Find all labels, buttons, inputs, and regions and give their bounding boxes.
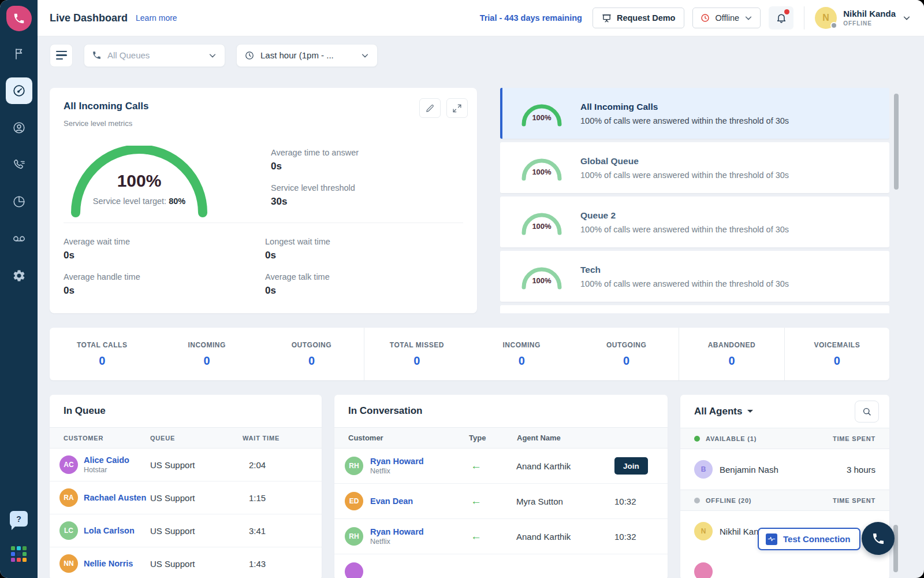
- sidebar-item-settings[interactable]: [12, 268, 27, 283]
- sidebar-item-contacts[interactable]: [12, 120, 27, 135]
- connection-pulse-icon: [766, 533, 777, 545]
- page-title: Live Dashboard: [50, 12, 128, 24]
- stat-value: 0: [623, 354, 629, 368]
- customer-link[interactable]: Ryan Howard: [370, 457, 424, 466]
- call-duration-cell: 10:32: [614, 532, 636, 542]
- queue-cell: US Support: [150, 493, 249, 503]
- stat-abandoned: ABANDONED 0: [679, 328, 784, 380]
- table-row[interactable]: AC Alice Caido Hotstar US Support 2:04: [50, 449, 322, 481]
- app-switcher-icon[interactable]: [11, 546, 27, 562]
- table-row[interactable]: NN Nellie Norris US Support 1:43: [50, 547, 322, 578]
- presence-label: Offline: [715, 13, 739, 23]
- expand-widget-button[interactable]: [446, 98, 468, 118]
- sidebar-item-campaigns[interactable]: [12, 46, 27, 61]
- agents-filter-dropdown[interactable]: All Agents: [694, 406, 753, 417]
- metric-block: Average wait time 0s: [64, 237, 265, 272]
- service-level-card: All Incoming Calls Service level metrics: [50, 88, 477, 313]
- customer-link[interactable]: Lola Carlson: [84, 526, 135, 536]
- chevron-down-icon: [902, 14, 911, 22]
- learn-more-link[interactable]: Learn more: [136, 13, 177, 23]
- contacts-icon: [12, 121, 26, 135]
- mini-gauge: 100%: [519, 154, 564, 181]
- table-row[interactable]: ED Evan Dean ← Myra Sutton 10:32: [334, 484, 668, 519]
- main-area: Live Dashboard Learn more Trial - 443 da…: [38, 0, 924, 578]
- avatar: RA: [59, 488, 78, 507]
- agent-search-button[interactable]: [855, 401, 879, 423]
- customer-link[interactable]: Alice Caido: [84, 455, 129, 465]
- customer-link[interactable]: Nellie Norris: [84, 559, 133, 569]
- queue-summary-desc: 100% of calls were answered within the t…: [580, 225, 789, 234]
- metric-label: Average wait time: [64, 237, 265, 246]
- avatar: N: [815, 7, 837, 29]
- table-row-clipped[interactable]: [334, 554, 668, 578]
- customer-link[interactable]: Ryan Howard: [370, 527, 424, 537]
- freshcaller-logo[interactable]: [6, 6, 32, 31]
- column-header: Customer: [348, 433, 469, 442]
- settings-icon: [12, 269, 26, 283]
- stat-value: 0: [99, 354, 105, 368]
- gauge-target: Service level target:80%: [50, 197, 229, 206]
- presence-dropdown[interactable]: Offline: [692, 8, 761, 28]
- service-card-title: All Incoming Calls: [64, 101, 148, 112]
- in-queue-panel: In Queue CUSTOMER QUEUE WAIT TIME AC Ali…: [50, 395, 322, 578]
- phone-logo-icon: [13, 12, 25, 25]
- sidebar-item-voicemail[interactable]: [12, 231, 27, 246]
- stat-label: TOTAL MISSED: [390, 341, 444, 349]
- agent-row-clipped[interactable]: [680, 551, 889, 578]
- agent-row[interactable]: B Benjamin Nash 3 hours: [680, 449, 889, 490]
- in-conversation-panel: In Conversation Customer Type Agent Name…: [334, 395, 668, 578]
- scrollbar-thumb[interactable]: [894, 94, 899, 190]
- queue-summary-item-clipped[interactable]: [500, 305, 889, 313]
- wait-time-cell: 2:04: [249, 460, 266, 470]
- metric-block: Average handle time 0s: [64, 272, 265, 307]
- request-demo-button[interactable]: Request Demo: [593, 8, 685, 28]
- edit-widget-button[interactable]: [419, 98, 441, 118]
- scrollbar-thumb[interactable]: [893, 525, 898, 572]
- customer-link[interactable]: Rachael Austen: [84, 493, 146, 503]
- phone-icon: [871, 532, 885, 546]
- in-conversation-title: In Conversation: [334, 395, 668, 427]
- dialer-fab[interactable]: [862, 522, 895, 555]
- table-row[interactable]: RA Rachael Austen US Support 1:15: [50, 481, 322, 514]
- metric-label: Average handle time: [64, 272, 265, 281]
- test-connection-button[interactable]: Test Connection: [758, 528, 860, 550]
- mini-gauge-percent: 100%: [519, 113, 564, 122]
- queue-summary-name: Global Queue: [580, 156, 789, 166]
- customer-link[interactable]: Evan Dean: [370, 497, 413, 506]
- mini-gauge-percent: 100%: [519, 168, 564, 176]
- sidebar-item-dashboard[interactable]: [12, 83, 27, 98]
- stat-value: 0: [413, 354, 420, 368]
- avatar: B: [694, 460, 713, 479]
- sidebar-item-call-metrics[interactable]: [12, 157, 27, 172]
- time-range-dropdown[interactable]: Last hour (1pm - ...: [236, 44, 378, 67]
- table-row[interactable]: RH Ryan Howard Netflix ← Anand Karthik J…: [334, 449, 668, 484]
- notifications-button[interactable]: [769, 6, 793, 29]
- queue-summary-item[interactable]: 100% Global Queue 100% of calls were ans…: [500, 142, 889, 193]
- avatar: RH: [345, 527, 363, 546]
- collapse-menu-button[interactable]: [50, 44, 73, 67]
- column-header: QUEUE: [150, 435, 243, 442]
- dashboard-content: All Incoming Calls Service level metrics: [38, 74, 924, 578]
- service-card-subtitle: Service level metrics: [64, 119, 132, 128]
- join-call-button[interactable]: Join: [614, 457, 648, 475]
- stat-label: INCOMING: [503, 341, 541, 349]
- queue-summary-item[interactable]: 100% All Incoming Calls 100% of calls we…: [500, 88, 889, 139]
- queues-filter-dropdown[interactable]: All Queues: [84, 44, 225, 67]
- user-menu[interactable]: N Nikhil Kanda OFFLINE: [815, 7, 911, 29]
- queue-summary-item[interactable]: 100% Queue 2 100% of calls were answered…: [500, 197, 889, 247]
- avatar: LC: [59, 521, 78, 540]
- queue-summary-item[interactable]: 100% Tech 100% of calls were answered wi…: [500, 251, 889, 302]
- stat-incoming: INCOMING 0: [154, 328, 259, 380]
- metric-value: 0s: [64, 250, 265, 261]
- help-icon[interactable]: ?: [10, 511, 28, 527]
- table-row[interactable]: LC Lola Carlson US Support 3:41: [50, 514, 322, 547]
- target-value: 80%: [169, 197, 185, 206]
- column-header: Agent Name: [517, 433, 561, 442]
- gauge-percent: 100%: [67, 171, 211, 191]
- time-range-value: Last hour (1pm - ...: [260, 50, 334, 60]
- table-row[interactable]: RH Ryan Howard Netflix ← Anand Karthik 1…: [334, 519, 668, 554]
- caret-down-icon: [747, 410, 753, 416]
- filter-bar: All Queues Last hour (1pm - ...: [38, 36, 924, 74]
- sidebar-item-reports[interactable]: [12, 194, 27, 209]
- queue-summary-list: 100% All Incoming Calls 100% of calls we…: [500, 88, 889, 313]
